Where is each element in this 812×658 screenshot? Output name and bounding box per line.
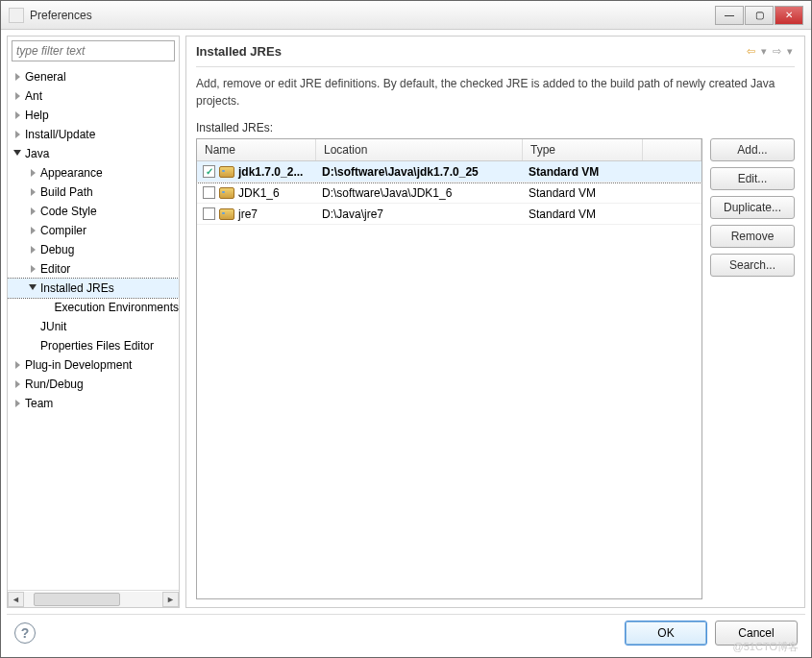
tree-item-label: JUnit [40, 320, 66, 333]
horizontal-scrollbar[interactable]: ◄ ► [8, 590, 179, 607]
tree-item-label: Appearance [40, 166, 103, 180]
tree-item-label: Code Style [40, 205, 97, 218]
tree-item[interactable]: Debug [8, 240, 179, 259]
tree-item[interactable]: Java [8, 144, 179, 163]
ok-button[interactable]: OK [625, 621, 707, 646]
expand-icon[interactable] [27, 285, 38, 291]
jre-table[interactable]: Name Location Type ✓jdk1.7.0_2...D:\soft… [196, 138, 702, 599]
tree-item[interactable]: General [8, 67, 179, 86]
tree-item-label: Execution Environments [55, 301, 179, 314]
app-icon [9, 8, 24, 23]
tree-item-label: Run/Debug [25, 378, 84, 391]
jre-type: Standard VM [523, 207, 643, 221]
jre-checkbox[interactable] [203, 186, 215, 199]
tree-item-label: Ant [25, 89, 42, 103]
tree-item[interactable]: Build Path [8, 183, 179, 202]
tree-item[interactable]: Compiler [8, 221, 179, 240]
tree-item-label: Plug-in Development [25, 358, 132, 372]
table-row[interactable]: ✓jdk1.7.0_2...D:\software\Java\jdk1.7.0_… [197, 161, 701, 183]
tree-item[interactable]: Appearance [8, 163, 179, 183]
collapse-icon[interactable] [12, 400, 23, 407]
collapse-icon[interactable] [12, 361, 23, 369]
nav-back-menu[interactable]: ▾ [759, 45, 769, 58]
col-name[interactable]: Name [197, 139, 316, 160]
help-icon[interactable]: ? [14, 622, 36, 644]
preferences-window: Preferences — ▢ ✕ GeneralAntHelpInstall/… [0, 0, 812, 658]
remove-button[interactable]: Remove [710, 225, 795, 248]
tree-item[interactable]: Install/Update [8, 125, 179, 144]
jre-name: JDK1_6 [238, 186, 280, 200]
collapse-icon[interactable] [12, 380, 23, 388]
tree-item-label: Editor [40, 262, 70, 276]
scroll-thumb[interactable] [34, 593, 120, 606]
collapse-icon[interactable] [27, 246, 38, 254]
tree-item[interactable]: JUnit [8, 317, 179, 336]
watermark: @51CTO博客 [733, 640, 799, 654]
tree-item[interactable]: Editor [8, 259, 179, 279]
maximize-button[interactable]: ▢ [745, 6, 774, 25]
tree-item[interactable]: Plug-in Development [8, 355, 179, 375]
collapse-icon[interactable] [27, 207, 38, 215]
jre-checkbox[interactable]: ✓ [203, 165, 215, 178]
jre-name: jdk1.7.0_2... [238, 165, 303, 179]
page-description: Add, remove or edit JRE definitions. By … [196, 75, 795, 110]
jre-name: jre7 [238, 207, 258, 221]
nav-forward-icon[interactable]: ⇨ [771, 45, 783, 58]
content-pane: Installed JREs ⇦ ▾ ⇨ ▾ Add, remove or ed… [185, 36, 805, 608]
collapse-icon[interactable] [27, 265, 38, 273]
tree-item[interactable]: Properties Files Editor [8, 336, 179, 355]
tree-item-label: Java [25, 147, 49, 160]
jre-icon [219, 187, 234, 199]
jre-location: D:\software\Java\jdk1.7.0_25 [316, 165, 523, 179]
nav-forward-menu[interactable]: ▾ [785, 45, 795, 58]
dialog-footer: ? OK Cancel [7, 614, 805, 651]
edit-button[interactable]: Edit... [710, 167, 795, 190]
page-title: Installed JREs [196, 44, 745, 59]
tree-item[interactable]: Team [8, 394, 179, 413]
collapse-icon[interactable] [27, 227, 38, 234]
jre-location: D:\Java\jre7 [316, 207, 523, 221]
tree-item[interactable]: Run/Debug [8, 375, 179, 394]
jre-icon [219, 208, 234, 220]
tree-item[interactable]: Ant [8, 86, 179, 106]
titlebar: Preferences — ▢ ✕ [1, 1, 811, 30]
tree-item[interactable]: Help [8, 106, 179, 125]
table-row[interactable]: JDK1_6D:\software\Java\JDK1_6Standard VM [197, 183, 701, 204]
col-type[interactable]: Type [523, 139, 643, 160]
minimize-button[interactable]: — [715, 6, 744, 25]
tree-item-label: Build Path [40, 185, 93, 199]
filter-input[interactable] [12, 40, 175, 61]
search-button[interactable]: Search... [710, 254, 795, 277]
tree-item-label: Compiler [40, 224, 86, 237]
jre-type: Standard VM [523, 186, 643, 200]
collapse-icon[interactable] [12, 131, 23, 138]
scroll-right-arrow[interactable]: ► [162, 592, 179, 607]
col-spare [643, 139, 701, 160]
tree-item[interactable]: Installed JREs [8, 279, 179, 298]
tree-item-label: Properties Files Editor [40, 339, 154, 353]
add-button[interactable]: Add... [710, 138, 795, 161]
table-row[interactable]: jre7D:\Java\jre7Standard VM [197, 204, 701, 225]
tree-item[interactable]: Code Style [8, 202, 179, 221]
collapse-icon[interactable] [12, 92, 23, 100]
table-header: Name Location Type [197, 139, 701, 161]
tree-item-label: Help [25, 109, 49, 122]
expand-icon[interactable] [12, 151, 23, 157]
collapse-icon[interactable] [12, 73, 23, 81]
jre-icon [219, 166, 234, 178]
tree-item[interactable]: Execution Environments [8, 298, 179, 317]
col-location[interactable]: Location [316, 139, 523, 160]
window-title: Preferences [30, 9, 715, 22]
tree-item-label: Team [25, 397, 53, 410]
tree-item-label: Install/Update [25, 128, 95, 141]
collapse-icon[interactable] [12, 111, 23, 119]
tree-item-label: Debug [40, 243, 74, 256]
scroll-left-arrow[interactable]: ◄ [8, 592, 24, 607]
collapse-icon[interactable] [27, 169, 38, 177]
preferences-tree[interactable]: GeneralAntHelpInstall/UpdateJavaAppearan… [8, 65, 179, 590]
close-button[interactable]: ✕ [775, 6, 803, 25]
collapse-icon[interactable] [27, 188, 38, 196]
jre-checkbox[interactable] [203, 207, 215, 220]
duplicate-button[interactable]: Duplicate... [710, 196, 795, 219]
nav-back-icon[interactable]: ⇦ [745, 45, 757, 58]
